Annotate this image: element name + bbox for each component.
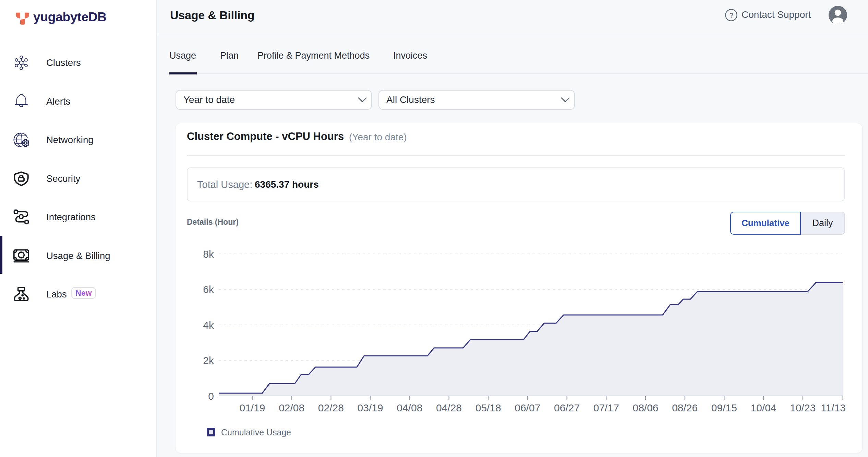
svg-text:07/17: 07/17 bbox=[593, 402, 619, 413]
svg-text:06/27: 06/27 bbox=[554, 402, 580, 413]
svg-text:10/23: 10/23 bbox=[790, 402, 816, 413]
svg-text:04/28: 04/28 bbox=[436, 402, 462, 413]
svg-text:6k: 6k bbox=[203, 284, 214, 295]
svg-text:05/18: 05/18 bbox=[475, 402, 501, 413]
svg-text:11/13: 11/13 bbox=[821, 402, 846, 413]
svg-text:4k: 4k bbox=[203, 319, 214, 331]
svg-text:8k: 8k bbox=[203, 248, 214, 260]
svg-text:09/15: 09/15 bbox=[711, 402, 737, 413]
svg-text:02/08: 02/08 bbox=[279, 402, 304, 413]
svg-text:04/08: 04/08 bbox=[397, 402, 422, 413]
svg-text:06/07: 06/07 bbox=[515, 402, 540, 413]
svg-text:2k: 2k bbox=[203, 355, 214, 366]
svg-text:01/19: 01/19 bbox=[239, 402, 265, 413]
svg-text:03/19: 03/19 bbox=[358, 402, 383, 413]
svg-text:0: 0 bbox=[208, 390, 214, 402]
svg-text:02/28: 02/28 bbox=[318, 402, 344, 413]
svg-text:10/04: 10/04 bbox=[751, 402, 776, 413]
svg-text:08/06: 08/06 bbox=[632, 402, 658, 413]
svg-text:08/26: 08/26 bbox=[672, 402, 698, 413]
